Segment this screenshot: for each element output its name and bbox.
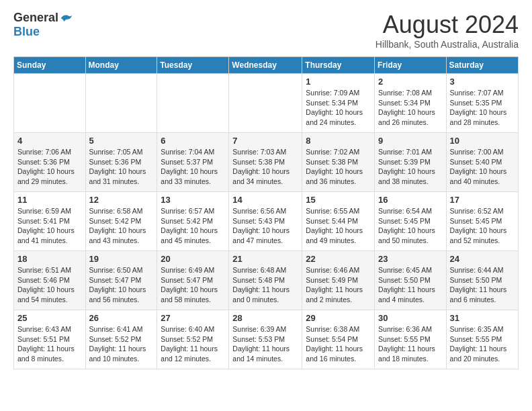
calendar-cell: 2Sunrise: 7:08 AM Sunset: 5:34 PM Daylig… [375,74,447,133]
calendar-week-row: 18Sunrise: 6:51 AM Sunset: 5:46 PM Dayli… [14,251,519,310]
dow-header: Monday [85,57,157,74]
dow-header: Tuesday [157,57,229,74]
calendar-cell: 9Sunrise: 7:01 AM Sunset: 5:39 PM Daylig… [375,133,447,192]
calendar-cell: 6Sunrise: 7:04 AM Sunset: 5:37 PM Daylig… [157,133,229,192]
dow-header: Sunday [14,57,86,74]
calendar-cell: 4Sunrise: 7:06 AM Sunset: 5:36 PM Daylig… [14,133,86,192]
location-subtitle: Hillbank, South Australia, Australia [375,39,519,50]
day-number: 22 [306,254,371,264]
day-info: Sunrise: 6:43 AM Sunset: 5:51 PM Dayligh… [17,324,82,364]
day-info: Sunrise: 6:55 AM Sunset: 5:44 PM Dayligh… [306,206,371,246]
month-year-title: August 2024 [375,11,519,39]
day-info: Sunrise: 7:00 AM Sunset: 5:40 PM Dayligh… [450,147,515,187]
logo-blue-text: Blue [13,25,40,38]
day-info: Sunrise: 6:36 AM Sunset: 5:55 PM Dayligh… [378,324,443,364]
calendar-cell: 14Sunrise: 6:56 AM Sunset: 5:43 PM Dayli… [229,192,302,251]
days-of-week-row: SundayMondayTuesdayWednesdayThursdayFrid… [14,57,519,74]
day-number: 23 [378,254,443,264]
day-number: 11 [17,195,82,205]
day-number: 14 [232,195,298,205]
day-number: 19 [89,254,154,264]
dow-header: Thursday [302,57,375,74]
day-info: Sunrise: 6:46 AM Sunset: 5:49 PM Dayligh… [306,265,371,305]
day-number: 5 [89,136,154,146]
day-info: Sunrise: 6:52 AM Sunset: 5:45 PM Dayligh… [450,206,515,246]
day-info: Sunrise: 6:49 AM Sunset: 5:47 PM Dayligh… [161,265,225,305]
calendar-cell: 22Sunrise: 6:46 AM Sunset: 5:49 PM Dayli… [302,251,375,310]
calendar-week-row: 25Sunrise: 6:43 AM Sunset: 5:51 PM Dayli… [14,310,519,369]
calendar-cell: 12Sunrise: 6:58 AM Sunset: 5:42 PM Dayli… [85,192,157,251]
day-number: 15 [306,195,371,205]
calendar-cell: 11Sunrise: 6:59 AM Sunset: 5:41 PM Dayli… [14,192,86,251]
day-number: 2 [378,77,443,87]
title-block: August 2024 Hillbank, South Australia, A… [375,11,519,50]
day-info: Sunrise: 7:08 AM Sunset: 5:34 PM Dayligh… [378,88,443,128]
logo-general-text: General [13,11,58,25]
day-info: Sunrise: 6:39 AM Sunset: 5:53 PM Dayligh… [232,324,298,364]
day-info: Sunrise: 7:01 AM Sunset: 5:39 PM Dayligh… [378,147,443,187]
dow-header: Saturday [446,57,518,74]
day-info: Sunrise: 6:54 AM Sunset: 5:45 PM Dayligh… [378,206,443,246]
calendar-cell: 3Sunrise: 7:07 AM Sunset: 5:35 PM Daylig… [446,74,518,133]
dow-header: Wednesday [229,57,302,74]
day-number: 10 [450,136,515,146]
calendar-cell: 17Sunrise: 6:52 AM Sunset: 5:45 PM Dayli… [446,192,518,251]
calendar-cell: 23Sunrise: 6:45 AM Sunset: 5:50 PM Dayli… [375,251,447,310]
day-info: Sunrise: 7:04 AM Sunset: 5:37 PM Dayligh… [161,147,225,187]
calendar-cell: 28Sunrise: 6:39 AM Sunset: 5:53 PM Dayli… [229,310,302,369]
day-info: Sunrise: 7:03 AM Sunset: 5:38 PM Dayligh… [232,147,298,187]
day-number: 30 [378,313,443,323]
calendar-cell: 8Sunrise: 7:02 AM Sunset: 5:38 PM Daylig… [302,133,375,192]
calendar-cell [85,74,157,133]
calendar-cell: 20Sunrise: 6:49 AM Sunset: 5:47 PM Dayli… [157,251,229,310]
calendar-cell: 15Sunrise: 6:55 AM Sunset: 5:44 PM Dayli… [302,192,375,251]
day-info: Sunrise: 6:38 AM Sunset: 5:54 PM Dayligh… [306,324,371,364]
day-info: Sunrise: 6:50 AM Sunset: 5:47 PM Dayligh… [89,265,154,305]
calendar-week-row: 4Sunrise: 7:06 AM Sunset: 5:36 PM Daylig… [14,133,519,192]
calendar-cell: 10Sunrise: 7:00 AM Sunset: 5:40 PM Dayli… [446,133,518,192]
day-info: Sunrise: 6:40 AM Sunset: 5:52 PM Dayligh… [161,324,225,364]
page-header: General Blue August 2024 Hillbank, South… [13,11,519,50]
day-number: 17 [450,195,515,205]
day-info: Sunrise: 6:51 AM Sunset: 5:46 PM Dayligh… [17,265,82,305]
calendar-cell: 5Sunrise: 7:05 AM Sunset: 5:36 PM Daylig… [85,133,157,192]
day-info: Sunrise: 6:48 AM Sunset: 5:48 PM Dayligh… [232,265,298,305]
dow-header: Friday [375,57,447,74]
day-number: 4 [17,136,82,146]
day-number: 29 [306,313,371,323]
day-number: 31 [450,313,515,323]
calendar-cell: 31Sunrise: 6:35 AM Sunset: 5:55 PM Dayli… [446,310,518,369]
calendar-body: 1Sunrise: 7:09 AM Sunset: 5:34 PM Daylig… [14,74,519,369]
day-number: 28 [232,313,298,323]
day-info: Sunrise: 7:07 AM Sunset: 5:35 PM Dayligh… [450,88,515,128]
day-info: Sunrise: 6:45 AM Sunset: 5:50 PM Dayligh… [378,265,443,305]
day-info: Sunrise: 7:06 AM Sunset: 5:36 PM Dayligh… [17,147,82,187]
calendar-week-row: 11Sunrise: 6:59 AM Sunset: 5:41 PM Dayli… [14,192,519,251]
day-number: 8 [306,136,371,146]
day-number: 26 [89,313,154,323]
day-info: Sunrise: 6:58 AM Sunset: 5:42 PM Dayligh… [89,206,154,246]
calendar-cell: 21Sunrise: 6:48 AM Sunset: 5:48 PM Dayli… [229,251,302,310]
logo-bird-icon [60,11,73,25]
calendar-cell [14,74,86,133]
day-number: 20 [161,254,225,264]
calendar-cell: 27Sunrise: 6:40 AM Sunset: 5:52 PM Dayli… [157,310,229,369]
day-info: Sunrise: 6:57 AM Sunset: 5:42 PM Dayligh… [161,206,225,246]
day-number: 1 [306,77,371,87]
calendar-week-row: 1Sunrise: 7:09 AM Sunset: 5:34 PM Daylig… [14,74,519,133]
calendar-cell: 26Sunrise: 6:41 AM Sunset: 5:52 PM Dayli… [85,310,157,369]
day-number: 16 [378,195,443,205]
day-number: 21 [232,254,298,264]
calendar-cell: 16Sunrise: 6:54 AM Sunset: 5:45 PM Dayli… [375,192,447,251]
day-number: 12 [89,195,154,205]
day-info: Sunrise: 7:09 AM Sunset: 5:34 PM Dayligh… [306,88,371,128]
day-info: Sunrise: 6:59 AM Sunset: 5:41 PM Dayligh… [17,206,82,246]
calendar-cell: 7Sunrise: 7:03 AM Sunset: 5:38 PM Daylig… [229,133,302,192]
day-info: Sunrise: 6:41 AM Sunset: 5:52 PM Dayligh… [89,324,154,364]
calendar-cell [229,74,302,133]
logo: General Blue [13,11,73,39]
calendar-table: SundayMondayTuesdayWednesdayThursdayFrid… [13,56,519,369]
calendar-cell [157,74,229,133]
calendar-cell: 13Sunrise: 6:57 AM Sunset: 5:42 PM Dayli… [157,192,229,251]
calendar-cell: 18Sunrise: 6:51 AM Sunset: 5:46 PM Dayli… [14,251,86,310]
